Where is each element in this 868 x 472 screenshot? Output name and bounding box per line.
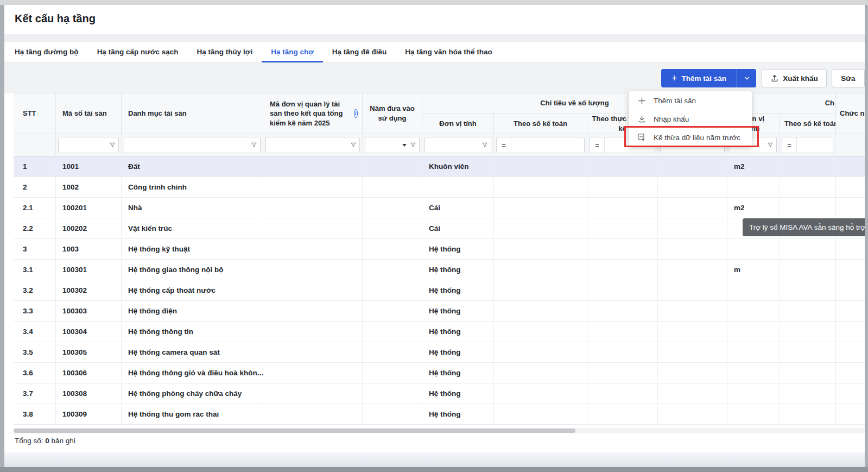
horizontal-scrollbar-thumb[interactable] [14,429,575,433]
table-row[interactable]: 11001ĐấtKhuôn viênm2 [14,156,865,177]
cell-r2-c8 [587,177,658,198]
cell-r5-c4 [263,239,363,260]
cell-r4-c7 [494,218,587,239]
dropdown-caret-icon[interactable] [402,144,407,147]
filter-input-7[interactable]: = [496,137,585,153]
cell-r2-c3: Công trình chính [122,177,263,198]
cell-r11-c3: Hệ thống thông gió và điều hoà khôn... [122,363,263,383]
cell-r6-c8 [587,260,658,280]
horizontal-scrollbar[interactable] [14,428,865,433]
filter-funnel-icon[interactable] [251,142,257,148]
cell-r1-c3: Đất [122,156,263,177]
cell-r7-c12 [836,280,865,301]
menu-item-label: Kế thừa dữ liệu năm trước [654,134,740,142]
cell-r12-c11 [780,383,836,404]
cell-r10-c6: Hệ thống [422,342,494,363]
export-button[interactable]: Xuất khẩu [762,69,827,87]
record-count-unit: bản ghi [52,437,75,445]
screen: Kết cấu hạ tầng Hạ tầng đường bộHạ tầng … [0,0,868,472]
cell-r10-c9 [658,342,727,363]
filter-funnel-icon[interactable] [481,142,488,148]
import-icon [636,115,647,124]
table-row[interactable]: 3.3100303Hệ thống điệnHệ thống [14,301,865,322]
filter-cell-11: = [780,134,836,156]
cell-r6-c5 [363,260,422,280]
tab-1[interactable]: Hạ tầng đường bộ [5,42,88,62]
cell-r7-c2: 100302 [56,280,122,301]
tab-4[interactable]: Hạ tầng chợ [262,42,323,62]
filter-funnel-icon[interactable] [410,142,416,148]
menu-item-2[interactable]: Nhập khẩu [629,110,752,128]
cell-r5-c1: 3 [14,239,56,260]
window-top-border [0,0,868,5]
cell-r1-c4 [263,156,363,177]
filter-input-11[interactable]: = [782,137,833,153]
add-asset-dropdown-toggle[interactable] [737,69,756,87]
cell-r3-c9 [658,198,727,218]
header-separator [4,34,865,42]
table-row[interactable]: 2.2100202Vật kiến trúcCái [14,218,865,239]
table-row[interactable]: 2.1100201NhàCáim2 [14,198,865,218]
record-count-value: 0 [45,437,49,445]
cell-r8-c4 [263,301,363,322]
info-icon[interactable]: i [354,109,358,118]
filter-funnel-icon[interactable] [109,142,116,148]
cell-r11-c6: Hệ thống [422,363,494,383]
cell-r2-c2: 1002 [56,177,122,198]
filter-input-3[interactable] [124,137,261,153]
cell-r13-c3: Hệ thống thu gom rác thải [122,404,263,425]
table-row[interactable]: 3.1100301Hệ thống giao thông nội bộHệ th… [14,260,865,280]
cell-r12-c3: Hệ thống phòng cháy chữa cháy [122,383,263,404]
cell-r8-c3: Hệ thống điện [122,301,263,322]
cell-r7-c8 [587,280,658,301]
table-row[interactable]: 3.5100305Hệ thống camera quan sátHệ thốn… [14,342,865,363]
cell-r12-c5 [363,383,422,404]
cell-r8-c8 [587,301,658,322]
filter-input-6[interactable] [425,137,491,153]
tab-6[interactable]: Hạ tầng văn hóa thể thao [396,42,502,62]
table-row[interactable]: 3.6100306Hệ thống thông gió và điều hoà … [14,363,865,383]
table-row[interactable]: 3.4100304Hệ thống thông tinHệ thống [14,322,865,342]
cell-r5-c2: 1003 [56,239,122,260]
tab-5[interactable]: Hạ tầng đê điều [323,42,396,62]
edit-button[interactable]: Sửa [832,69,865,87]
filter-input-5[interactable] [365,137,420,153]
filter-funnel-icon[interactable] [350,142,357,148]
filter-cell-3 [122,134,263,156]
cell-r11-c1: 3.6 [14,363,56,383]
cell-r7-c9 [658,280,727,301]
cell-r1-c10: m2 [727,156,780,177]
cell-r3-c4 [263,198,363,218]
export-icon [770,74,779,83]
cell-r7-c10 [727,280,780,301]
chevron-down-icon [743,74,751,82]
column-header-6: Đơn vị tính [422,114,494,134]
menu-item-3[interactable]: Kế thừa dữ liệu năm trước [629,128,752,147]
filter-funnel-icon[interactable] [767,142,774,148]
cell-r1-c5 [363,156,422,177]
window-bottom-band [4,452,865,467]
cell-r1-c6: Khuôn viên [422,156,494,177]
add-asset-button[interactable]: + Thêm tài sản [661,69,737,87]
filter-input-4[interactable] [265,137,360,153]
tab-2[interactable]: Hạ tầng cấp nước sạch [88,42,188,62]
cell-r9-c12 [836,322,865,342]
cell-r10-c5 [363,342,422,363]
tab-3[interactable]: Hạ tầng thủy lợi [188,42,262,62]
table-row[interactable]: 3.2100302Hệ thống cấp thoát nướcHệ thống [14,280,865,301]
cell-r8-c10 [727,301,780,322]
table-row[interactable]: 31003Hệ thống kỹ thuậtHệ thống [14,239,865,260]
cell-r9-c4 [263,322,363,342]
cell-r2-c9 [658,177,727,198]
cell-r12-c6: Hệ thống [422,383,494,404]
table-row[interactable]: 21002Công trình chính [14,177,865,198]
menu-item-1[interactable]: Thêm tài sản [629,91,752,110]
cell-r9-c9 [658,322,727,342]
table-row[interactable]: 3.8100309Hệ thống thu gom rác thảiHệ thố… [14,404,865,425]
cell-r7-c1: 3.2 [14,280,56,301]
filter-input-2[interactable] [58,137,119,153]
inherit-data-icon [636,133,647,142]
cell-r12-c9 [658,383,727,404]
cell-r1-c11 [780,156,836,177]
table-row[interactable]: 3.7100308Hệ thống phòng cháy chữa cháyHệ… [14,383,865,404]
